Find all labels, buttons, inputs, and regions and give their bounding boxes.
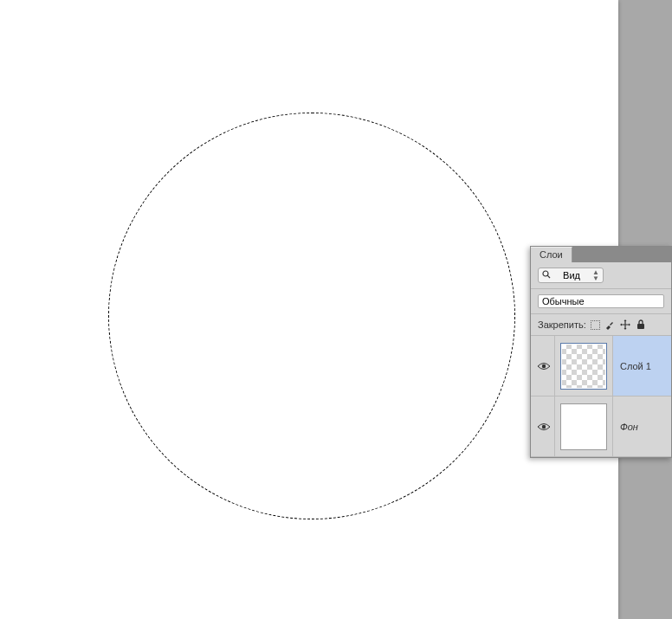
layer-row[interactable]: Слой 1 (531, 336, 671, 397)
layer-thumbnail-cell (555, 397, 613, 456)
visibility-toggle[interactable] (531, 397, 555, 456)
layers-list: Слой 1 Фон (531, 336, 671, 457)
filter-dropdown[interactable]: Вид ▲▼ (538, 268, 604, 283)
search-icon (542, 270, 551, 280)
lock-paint-icon[interactable] (604, 319, 616, 331)
visibility-toggle[interactable] (531, 336, 555, 396)
svg-rect-2 (637, 324, 644, 329)
lock-all-icon[interactable] (635, 319, 647, 331)
blend-mode-row: Обычные (531, 289, 671, 314)
lock-row: Закрепить: (531, 314, 671, 336)
svg-point-3 (541, 364, 545, 367)
layer-name[interactable]: Слой 1 (613, 336, 671, 396)
layer-thumbnail-transparent[interactable] (560, 343, 607, 390)
filter-row: Вид ▲▼ (531, 262, 671, 289)
layer-row[interactable]: Фон (531, 397, 671, 457)
layer-thumbnail-white[interactable] (560, 403, 607, 450)
layer-thumbnail-cell (555, 336, 613, 396)
eye-icon (537, 362, 549, 371)
tab-layers[interactable]: Слои (531, 247, 572, 262)
blend-mode-label: Обычные (542, 296, 585, 306)
layer-name[interactable]: Фон (613, 397, 671, 456)
layers-panel: Слои Вид ▲▼ Обычные Закрепить: (530, 246, 672, 458)
dropdown-arrows-icon: ▲▼ (592, 269, 599, 281)
panel-tab-bar: Слои (531, 247, 671, 262)
svg-line-1 (547, 275, 550, 278)
svg-point-4 (541, 424, 545, 428)
blend-mode-dropdown[interactable]: Обычные (538, 294, 664, 308)
filter-label: Вид (563, 270, 580, 280)
eye-icon (537, 422, 549, 431)
canvas[interactable] (0, 0, 618, 619)
lock-label: Закрепить: (538, 319, 586, 330)
lock-position-icon[interactable] (619, 319, 631, 331)
lock-icons-group (591, 319, 647, 331)
marquee-selection-circle (108, 113, 515, 519)
svg-point-0 (543, 271, 548, 276)
lock-transparency-icon[interactable] (591, 320, 600, 330)
